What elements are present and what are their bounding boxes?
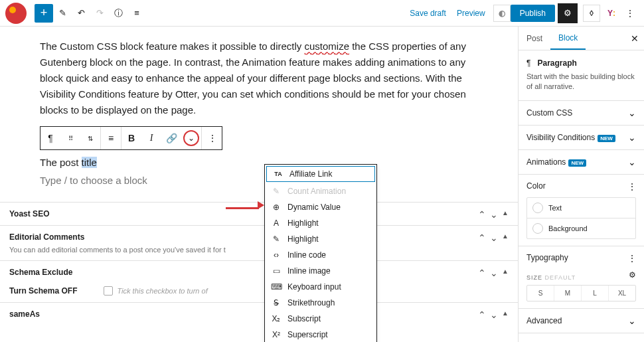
dropdown-item[interactable]: ⊕Dynamic Value: [265, 199, 376, 215]
expand-icon[interactable]: [490, 309, 498, 320]
tab-post[interactable]: Post: [519, 27, 550, 50]
chevron-down-icon: [628, 157, 636, 167]
paragraph-text: The Custom CSS block feature makes it po…: [40, 41, 305, 52]
sameas-panel[interactable]: sameAs ▲: [0, 302, 518, 325]
plugin-icon-1[interactable]: ◊: [583, 5, 600, 22]
add-block-button[interactable]: +: [35, 4, 53, 23]
dropdown-item-icon: S̶: [272, 298, 281, 307]
edit-mode-icon[interactable]: ✎: [53, 4, 72, 23]
paragraph-type-icon[interactable]: ¶: [40, 127, 60, 149]
dropdown-item-icon: ‹›: [272, 250, 281, 260]
typography-panel: Typography⋮ SIZE DEFAULT ⚙ S M L XL: [519, 246, 644, 309]
dropdown-item[interactable]: AHighlight: [265, 215, 376, 231]
color-options-icon[interactable]: ⋮: [627, 181, 636, 192]
dropdown-item-icon: TA: [274, 171, 283, 177]
dropdown-item[interactable]: TAAffiliate Link: [266, 166, 375, 182]
dropdown-item-label: Highlight: [287, 218, 319, 228]
editorial-comments-panel[interactable]: Editorial Comments ▲ You can add editori…: [0, 225, 518, 260]
paragraph-icon: ¶: [526, 58, 530, 68]
dropdown-item[interactable]: ▭Inline image: [265, 263, 376, 279]
collapse-icon[interactable]: [478, 268, 486, 278]
settings-sidebar: Post Block ✕ ¶ Paragraph Start with the …: [518, 27, 644, 342]
dropdown-item[interactable]: X²Superscript: [265, 327, 376, 342]
schema-off-checkbox[interactable]: Tick this checkbox to turn of: [104, 286, 207, 296]
block-info: ¶ Paragraph Start with the basic buildin…: [519, 50, 644, 101]
background-color-control[interactable]: Background: [527, 218, 635, 238]
size-m[interactable]: M: [554, 286, 581, 301]
site-logo[interactable]: [5, 3, 27, 24]
expand-icon[interactable]: [490, 209, 498, 220]
custom-css-accordion[interactable]: Custom CSS: [519, 101, 644, 126]
typo-options-icon[interactable]: ⋮: [627, 253, 636, 264]
text-color-control[interactable]: Text: [527, 198, 635, 218]
settings-gear-icon[interactable]: ⚙: [558, 3, 578, 23]
dropdown-item-label: Superscript: [287, 330, 328, 339]
dropdown-item[interactable]: ⌨Keyboard input: [265, 279, 376, 295]
move-arrows-icon[interactable]: ⇅: [80, 127, 100, 149]
expand-icon[interactable]: [490, 268, 498, 278]
dropdown-item[interactable]: S̶Strikethrough: [265, 295, 376, 311]
italic-button[interactable]: I: [141, 127, 161, 149]
color-label: Background: [548, 224, 588, 232]
advanced-accordion[interactable]: Advanced: [519, 309, 644, 333]
dropdown-item[interactable]: ‹›Inline code: [265, 247, 376, 263]
more-options-icon[interactable]: ⋮: [620, 4, 639, 23]
dropdown-item-icon: X₂: [272, 314, 281, 323]
more-rich-text-button[interactable]: ⌄: [181, 127, 201, 149]
block-more-options-icon[interactable]: ⋮: [202, 127, 222, 149]
accordion-label: Custom CSS: [526, 108, 572, 118]
dropdown-item-label: Inline image: [287, 266, 331, 276]
typo-title: Typography: [526, 253, 568, 264]
tab-block[interactable]: Block: [550, 27, 586, 50]
redo-icon[interactable]: ↷: [90, 4, 109, 23]
size-l[interactable]: L: [581, 286, 608, 301]
top-toolbar: + ✎ ↶ ↷ ⓘ ≡ Save draft Preview ◐ Publish…: [0, 0, 644, 27]
jetpack-icon[interactable]: ◐: [493, 5, 511, 22]
schema-off-label: Turn Schema OFF: [9, 286, 77, 296]
color-swatch: [532, 203, 543, 213]
expand-icon[interactable]: [490, 232, 498, 243]
visibility-accordion[interactable]: Visibility ConditionsNEW: [519, 126, 644, 150]
collapse-icon[interactable]: [478, 232, 486, 243]
size-xl[interactable]: XL: [608, 286, 635, 301]
save-draft-link[interactable]: Save draft: [404, 9, 451, 18]
color-swatch: [532, 223, 543, 234]
dropdown-item-label: Count Animation: [287, 187, 346, 196]
schema-exclude-panel[interactable]: Schema Exclude ▲ Turn Schema OFF Tick th…: [0, 260, 518, 302]
dropdown-item[interactable]: X₂Subscript: [265, 311, 376, 327]
bold-button[interactable]: B: [121, 127, 141, 149]
undo-icon[interactable]: ↶: [72, 4, 90, 23]
size-s[interactable]: S: [527, 286, 554, 301]
dropdown-item-icon: ▭: [272, 266, 281, 276]
new-badge: NEW: [568, 159, 586, 167]
info-icon[interactable]: ⓘ: [109, 4, 127, 23]
color-label: Text: [548, 204, 562, 212]
block-appender[interactable]: Type / to choose a block: [40, 175, 478, 186]
outline-icon[interactable]: ≡: [127, 4, 146, 23]
close-sidebar-icon[interactable]: ✕: [631, 33, 639, 44]
drag-handle-icon[interactable]: ⠿: [60, 127, 80, 149]
align-icon[interactable]: ≡: [101, 127, 121, 149]
collapse-icon[interactable]: [478, 209, 486, 220]
animations-accordion[interactable]: AnimationsNEW: [519, 150, 644, 175]
preview-link[interactable]: Preview: [451, 9, 491, 18]
dropdown-item-icon: ⌨: [272, 282, 281, 292]
dropdown-item-label: Subscript: [287, 314, 321, 323]
collapse-icon[interactable]: [478, 309, 486, 320]
active-paragraph[interactable]: The post title: [40, 157, 478, 168]
link-button[interactable]: 🔗: [161, 127, 181, 149]
move-up-icon[interactable]: ▲: [502, 232, 509, 243]
publish-button[interactable]: Publish: [511, 5, 555, 22]
color-panel: Color⋮ Text Background: [519, 175, 644, 246]
dropdown-item[interactable]: ✎Highlight: [265, 231, 376, 247]
paragraph-block[interactable]: The Custom CSS block feature makes it po…: [40, 39, 478, 118]
move-up-icon[interactable]: ▲: [502, 268, 509, 278]
accordion-label: Advanced: [526, 316, 562, 325]
panel-title: sameAs: [9, 309, 509, 319]
size-settings-icon[interactable]: ⚙: [629, 270, 636, 280]
move-up-icon[interactable]: ▲: [502, 309, 509, 320]
dropdown-item-icon: ✎: [272, 187, 281, 196]
chevron-down-icon: [628, 132, 636, 143]
yoast-icon[interactable]: Y:: [603, 5, 620, 22]
move-up-icon[interactable]: ▲: [502, 209, 509, 220]
